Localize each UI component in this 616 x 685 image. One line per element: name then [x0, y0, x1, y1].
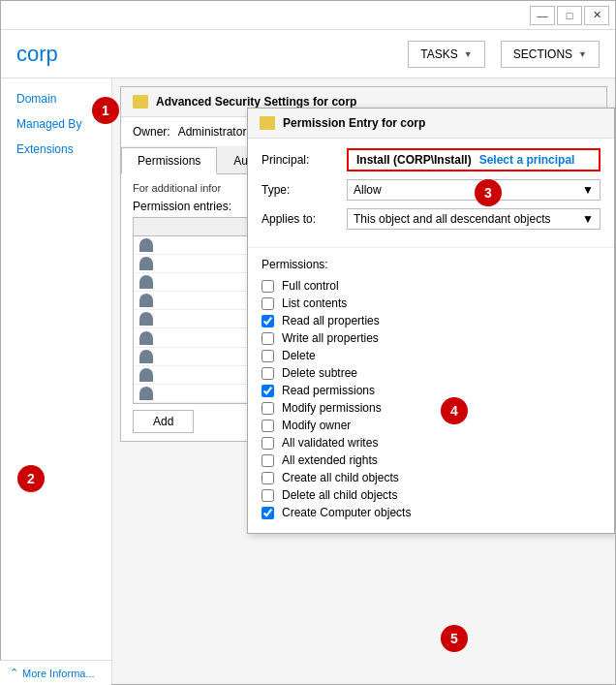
checkbox-label-delete-subtree: Delete subtree: [282, 366, 357, 380]
row-icon: [134, 292, 253, 310]
row-icon: [134, 236, 253, 255]
checkbox-item-read-permissions: Read permissions: [262, 384, 601, 397]
checkbox-label-read-permissions: Read permissions: [282, 384, 375, 397]
checkbox-read-all-props[interactable]: [262, 315, 274, 327]
sections-button[interactable]: SECTIONS ▼: [501, 41, 600, 68]
more-info-arrow: ⌃: [10, 667, 18, 679]
checkbox-write-all-props[interactable]: [262, 332, 274, 345]
adv-panel-title: Advanced Security Settings for corp: [156, 95, 356, 109]
checkbox-all-validated-writes[interactable]: [262, 437, 274, 450]
checkbox-list-contents[interactable]: [262, 297, 274, 310]
checkbox-label-modify-permissions: Modify permissions: [282, 401, 382, 415]
type-row: Type: Allow ▼: [262, 179, 601, 201]
checkbox-label-read-all-props: Read all properties: [282, 314, 380, 327]
app-title: corp: [16, 42, 58, 67]
applies-to-value: This object and all descendant objects: [354, 212, 550, 226]
checkbox-read-permissions[interactable]: [262, 385, 274, 397]
annotation-5: 5: [441, 625, 468, 652]
dialog-header: Permission Entry for corp: [248, 109, 614, 139]
type-dropdown-arrow: ▼: [582, 183, 594, 197]
row-icon: [134, 273, 253, 292]
row-icon: [134, 365, 253, 384]
annotation-1: 1: [92, 97, 119, 124]
close-button[interactable]: ✕: [584, 6, 609, 25]
row-icon: [134, 255, 253, 273]
dialog-folder-icon: [260, 116, 275, 130]
col-type: [134, 218, 253, 236]
main-content: Domain Managed By Extensions ⌃ More Info…: [1, 78, 615, 684]
checkbox-item-delete: Delete: [262, 349, 601, 362]
title-bar-buttons: — □ ✕: [530, 6, 609, 25]
annotation-2: 2: [17, 465, 45, 492]
principal-label: Principal:: [262, 153, 339, 167]
checkbox-item-modify-owner: Modify owner: [262, 419, 601, 432]
main-window: — □ ✕ corp TASKS ▼ SECTIONS ▼ Domain Man…: [0, 0, 616, 685]
row-icon: [134, 347, 253, 365]
row-icon: [134, 310, 253, 328]
perm-entry-dialog: Permission Entry for corp Principal: Ins…: [247, 108, 615, 534]
checkbox-label-list-contents: List contents: [282, 296, 347, 310]
checkbox-label-delete: Delete: [282, 349, 316, 362]
annotation-4: 4: [441, 397, 468, 424]
sections-dropdown-arrow: ▼: [578, 49, 587, 59]
checkbox-item-create-computer-objects: Create Computer objects: [262, 506, 601, 519]
applies-to-row: Applies to: This object and all descenda…: [262, 208, 601, 230]
checkbox-delete-subtree[interactable]: [262, 367, 274, 380]
applies-to-dropdown-arrow: ▼: [582, 212, 594, 226]
permissions-label: Permissions:: [262, 258, 601, 271]
checkbox-label-full-control: Full control: [282, 279, 339, 293]
minimize-button[interactable]: —: [530, 6, 555, 25]
checkbox-item-create-all-child-objects: Create all child objects: [262, 471, 601, 484]
principal-value: Install (CORP\Install): [356, 153, 472, 167]
principal-box: Install (CORP\Install) Select a principa…: [347, 148, 601, 171]
tasks-dropdown-arrow: ▼: [464, 49, 473, 59]
content-area: Advanced Security Settings for corp Owne…: [112, 78, 615, 684]
checkbox-item-list-contents: List contents: [262, 296, 601, 310]
tab-permissions[interactable]: Permissions: [121, 147, 217, 174]
row-icon: [134, 384, 253, 402]
checkbox-modify-owner[interactable]: [262, 420, 274, 432]
checkbox-create-all-child-objects[interactable]: [262, 472, 274, 484]
checkbox-all-extended-rights[interactable]: [262, 454, 274, 467]
checkbox-label-write-all-props: Write all properties: [282, 331, 379, 345]
owner-label: Owner:: [133, 125, 170, 139]
applies-to-label: Applies to:: [262, 212, 339, 226]
sidebar-item-extensions[interactable]: Extensions: [1, 137, 111, 162]
type-label: Type:: [262, 183, 339, 197]
checkbox-label-create-computer-objects: Create Computer objects: [282, 506, 411, 519]
checkbox-item-all-extended-rights: All extended rights: [262, 453, 601, 467]
sidebar: Domain Managed By Extensions ⌃ More Info…: [1, 78, 112, 684]
row-icon: [134, 328, 253, 347]
checkbox-label-create-all-child-objects: Create all child objects: [282, 471, 399, 484]
checkbox-item-delete-subtree: Delete subtree: [262, 366, 601, 380]
dialog-body: Principal: Install (CORP\Install) Select…: [248, 139, 614, 247]
checkbox-delete-all-child-objects[interactable]: [262, 489, 274, 502]
checkbox-list: Full control List contents Read all prop…: [262, 279, 601, 519]
checkbox-item-write-all-props: Write all properties: [262, 331, 601, 345]
more-info-bar[interactable]: ⌃ More Informa...: [1, 660, 111, 684]
add-button[interactable]: Add: [133, 410, 194, 433]
folder-icon: [133, 95, 148, 109]
checkbox-full-control[interactable]: [262, 280, 274, 293]
checkbox-label-delete-all-child-objects: Delete all child objects: [282, 488, 397, 502]
checkbox-item-delete-all-child-objects: Delete all child objects: [262, 488, 601, 502]
type-select[interactable]: Allow ▼: [347, 179, 601, 201]
checkbox-label-all-extended-rights: All extended rights: [282, 453, 378, 467]
checkbox-item-all-validated-writes: All validated writes: [262, 436, 601, 450]
checkbox-modify-permissions[interactable]: [262, 402, 274, 415]
maximize-button[interactable]: □: [557, 6, 582, 25]
principal-row: Principal: Install (CORP\Install) Select…: [262, 148, 601, 171]
annotation-3: 3: [475, 179, 502, 206]
checkbox-item-read-all-props: Read all properties: [262, 314, 601, 327]
tasks-button[interactable]: TASKS ▼: [408, 41, 484, 68]
permissions-section: Permissions: Full control List contents …: [248, 247, 614, 533]
checkbox-delete[interactable]: [262, 350, 274, 362]
checkbox-label-modify-owner: Modify owner: [282, 419, 351, 432]
app-header: corp TASKS ▼ SECTIONS ▼: [1, 30, 615, 78]
select-principal-link[interactable]: Select a principal: [479, 153, 575, 167]
type-value: Allow: [354, 183, 382, 197]
checkbox-label-all-validated-writes: All validated writes: [282, 436, 378, 450]
title-bar: — □ ✕: [1, 1, 615, 30]
checkbox-create-computer-objects[interactable]: [262, 507, 274, 519]
applies-to-select[interactable]: This object and all descendant objects ▼: [347, 208, 601, 230]
